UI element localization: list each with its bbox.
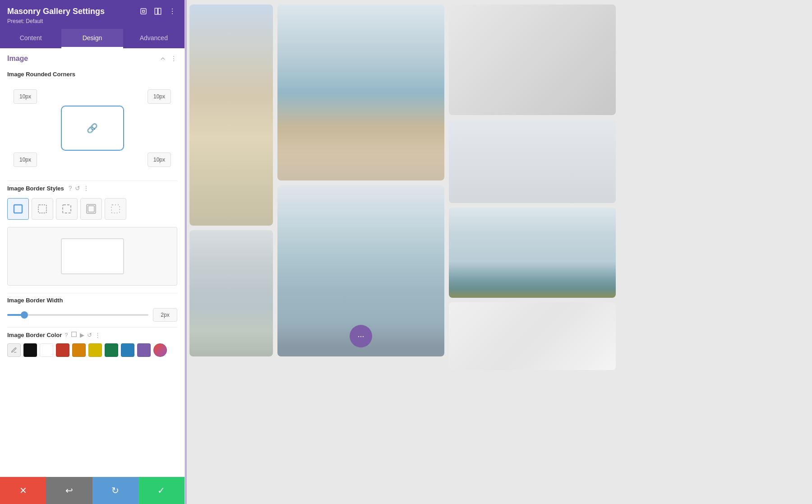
tab-design[interactable]: Design [61,29,123,48]
border-width-section: Image Border Width 2px [0,293,185,327]
color-cursor-icon[interactable]: ▶ [80,332,84,338]
corner-top-left-input[interactable] [14,89,37,104]
swatch-red[interactable] [56,343,69,357]
border-preview-box [61,238,124,274]
section-more-icon[interactable] [170,55,177,62]
swatch-black[interactable] [23,343,37,357]
svg-rect-9 [14,205,22,213]
color-swatches [7,343,177,357]
sidebar-footer: ✕ ↩ ↻ ✓ [0,477,185,504]
corner-bottom-left-input[interactable] [14,153,37,167]
slider-thumb[interactable] [21,311,28,319]
border-style-none[interactable] [105,198,126,220]
color-reset-icon[interactable]: ↺ [87,332,92,338]
masonry-gallery: ··· [185,0,812,504]
section-title: Image [7,55,28,63]
border-style-solid[interactable] [7,198,29,220]
gallery-image-room[interactable] [449,5,616,115]
svg-point-4 [172,11,173,12]
color-more-icon[interactable]: ⋮ [95,332,101,338]
border-color-label: Image Border Color [7,332,62,338]
settings-sidebar: Masonry Gallery Settings Preset: Default… [0,0,185,504]
svg-point-6 [173,56,174,57]
gallery-column-3 [449,5,616,499]
border-more-icon[interactable]: ⋮ [83,185,89,192]
collapse-icon[interactable] [159,55,166,62]
border-styles-label: Image Border Styles [7,185,64,192]
save-button[interactable]: ✓ [138,477,185,504]
corner-top-right-input[interactable] [148,89,171,104]
svg-point-8 [173,60,174,61]
gallery-image-coastal[interactable] [449,208,616,298]
sidebar-content: Image Image Rounded Corners [0,48,185,504]
border-reset-icon[interactable]: ↺ [75,185,80,192]
border-width-slider-track[interactable] [7,314,148,316]
border-style-options [0,196,185,225]
corners-widget: 🔗 [7,83,177,173]
columns-icon[interactable] [153,6,163,16]
rounded-corners-section: Image Rounded Corners 🔗 [0,67,185,180]
color-label-row: Image Border Color ? ▶ ↺ ⋮ [7,331,177,339]
border-color-section: Image Border Color ? ▶ ↺ ⋮ [0,328,185,362]
main-content: ··· [185,0,812,504]
border-help-icon[interactable]: ? [69,185,72,192]
swatch-blue[interactable] [121,343,134,357]
gallery-column-1 [189,5,273,499]
svg-point-7 [173,58,174,59]
tab-content[interactable]: Content [0,29,61,48]
redo-button[interactable]: ↻ [92,477,138,504]
gallery-image-fence[interactable] [189,230,273,356]
svg-rect-13 [88,206,94,212]
gallery-image-sandy[interactable] [189,5,273,226]
border-preview-area [7,227,177,286]
gallery-image-ocean[interactable]: ··· [277,185,444,356]
svg-rect-2 [158,8,161,14]
tab-advanced[interactable]: Advanced [123,29,185,48]
floating-action-button[interactable]: ··· [350,325,372,347]
border-style-double[interactable] [80,198,102,220]
svg-rect-15 [71,332,76,337]
sidebar-title: Masonry Gallery Settings [7,7,105,16]
section-controls [159,55,177,62]
more-options-icon[interactable] [167,6,177,16]
sidebar-header: Masonry Gallery Settings Preset: Default [0,0,185,29]
gallery-image-grey[interactable] [449,120,616,203]
svg-point-3 [172,9,173,9]
svg-rect-0 [141,9,146,14]
corner-bottom-right-input[interactable] [148,153,171,167]
border-width-label: Image Border Width [7,297,177,304]
restore-icon[interactable] [138,6,148,16]
border-style-dashed-md[interactable] [56,198,78,220]
border-style-controls: ? ↺ ⋮ [69,185,89,192]
gallery-column-2: ··· [277,5,444,499]
swatch-green[interactable] [105,343,118,357]
border-width-slider-row: 2px [7,308,177,322]
resize-handle[interactable] [182,0,187,504]
swatch-orange[interactable] [72,343,86,357]
border-styles-header: Image Border Styles ? ↺ ⋮ [0,181,185,196]
svg-rect-1 [155,8,157,14]
border-style-dashed-sm[interactable] [32,198,53,220]
border-width-value[interactable]: 2px [153,308,177,322]
svg-rect-14 [111,205,120,213]
gallery-image-pier[interactable] [277,5,444,180]
swatch-yellow[interactable] [88,343,102,357]
color-eyedropper[interactable] [7,343,21,357]
swatch-gradient[interactable] [153,343,167,357]
corners-preview: 🔗 [61,106,124,151]
cancel-button[interactable]: ✕ [0,477,46,504]
header-icons [138,6,177,16]
preset-label[interactable]: Preset: Default [7,18,177,24]
link-icon[interactable]: 🔗 [87,123,98,134]
sidebar-tabs: Content Design Advanced [0,29,185,48]
svg-rect-10 [38,205,46,213]
undo-button[interactable]: ↩ [46,477,92,504]
svg-point-5 [172,13,173,14]
color-picker-icon[interactable] [71,331,77,339]
rounded-corners-label: Image Rounded Corners [7,71,177,78]
svg-rect-11 [63,205,71,213]
swatch-purple[interactable] [137,343,151,357]
swatch-white[interactable] [40,343,53,357]
color-help-icon[interactable]: ? [65,332,68,338]
gallery-image-window[interactable] [449,302,616,370]
